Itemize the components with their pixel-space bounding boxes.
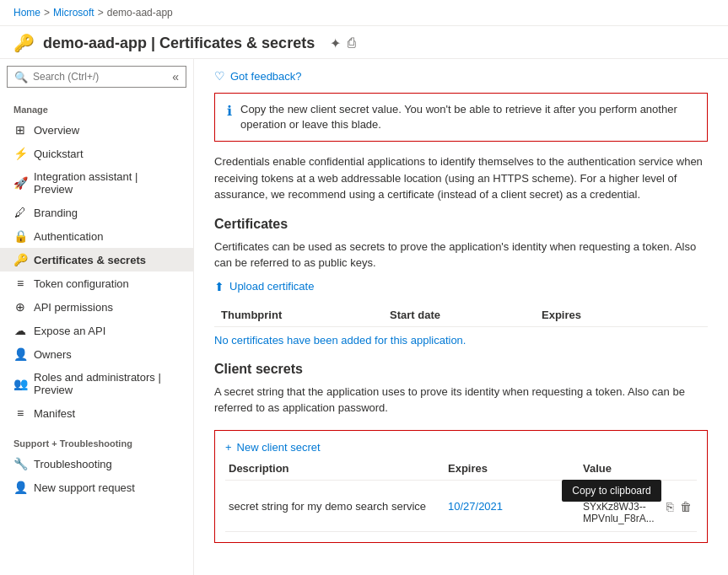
col-start-date: Start date	[383, 309, 535, 321]
owners-icon: 👤	[13, 347, 27, 361]
client-secrets-title: Client secrets	[214, 362, 708, 377]
certificates-table-header: Thumbprint Start date Expires	[214, 304, 708, 327]
sidebar-item-quickstart[interactable]: ⚡ Quickstart	[0, 142, 193, 165]
client-secrets-description: A secret string that the application use…	[214, 384, 708, 416]
expose-icon: ☁	[13, 324, 27, 337]
certificates-description: Certificates can be used as secrets to p…	[214, 239, 708, 271]
delete-button[interactable]: 🗑	[678, 498, 693, 515]
pin-icon[interactable]: ✦	[330, 35, 341, 51]
secrets-table: Description Expires Value secret string …	[225, 462, 697, 532]
overview-icon: ⊞	[13, 123, 27, 137]
secrets-section: + New client secret Description Expires …	[214, 430, 708, 543]
col-description: Description	[225, 462, 445, 475]
page-title: demo-aad-app | Certificates & secrets	[43, 35, 315, 52]
breadcrumb-microsoft[interactable]: Microsoft	[53, 7, 94, 19]
sidebar: 🔍 « Manage ⊞ Overview ⚡ Quickstart 🚀 Int…	[0, 59, 194, 575]
secret-description: secret string for my demo search service	[225, 500, 445, 513]
token-icon: ≡	[13, 277, 27, 290]
credentials-description: Credentials enable confidential applicat…	[214, 153, 708, 203]
sidebar-item-overview[interactable]: ⊞ Overview	[0, 118, 193, 142]
info-icon: ℹ	[227, 103, 232, 119]
new-client-secret-button[interactable]: + New client secret	[225, 441, 697, 454]
sidebar-item-api[interactable]: ⊕ API permissions	[0, 295, 193, 319]
certificates-icon: 🔑	[13, 253, 27, 266]
plus-icon: +	[225, 441, 232, 454]
feedback-bar[interactable]: ♡ Got feedback?	[214, 69, 708, 83]
sidebar-item-certificates[interactable]: 🔑 Certificates & secrets	[0, 248, 193, 271]
sidebar-item-owners[interactable]: 👤 Owners	[0, 342, 193, 366]
secret-actions: Copy to clipboard ⎘ 🗑	[658, 498, 709, 515]
col-thumbprint: Thumbprint	[214, 309, 383, 321]
col-expires: Expires	[535, 309, 687, 321]
sidebar-item-expose[interactable]: ☁ Expose an API	[0, 319, 193, 342]
page-header: 🔑 demo-aad-app | Certificates & secrets …	[0, 26, 728, 59]
support-label: Support + Troubleshooting	[0, 428, 193, 452]
copy-tooltip: Copy to clipboard	[562, 480, 661, 502]
col-expires: Expires	[445, 462, 580, 475]
manage-label: Manage	[0, 94, 193, 118]
sidebar-item-new-support[interactable]: 👤 New support request	[0, 476, 193, 499]
table-row: secret string for my demo search service…	[225, 482, 697, 532]
breadcrumb: Home > Microsoft > demo-aad-app	[0, 0, 728, 26]
content-area: ♡ Got feedback? ℹ Copy the new client se…	[194, 59, 728, 575]
roles-icon: 👥	[13, 377, 27, 390]
new-secret-label: New client secret	[237, 441, 321, 454]
sidebar-item-troubleshooting[interactable]: 🔧 Troubleshooting	[0, 452, 193, 476]
sidebar-item-manifest[interactable]: ≡ Manifest	[0, 401, 193, 425]
upload-icon: ⬆	[214, 280, 224, 293]
search-box[interactable]: 🔍 «	[7, 66, 186, 88]
key-icon: 🔑	[13, 33, 35, 53]
quickstart-icon: ⚡	[13, 147, 27, 160]
integration-icon: 🚀	[13, 176, 27, 190]
branding-icon: 🖊	[13, 206, 27, 219]
authentication-icon: 🔒	[13, 229, 27, 243]
header-actions: ✦ ⎙	[330, 35, 356, 51]
upload-label: Upload certificate	[229, 280, 314, 293]
manifest-icon: ≡	[13, 406, 27, 420]
feedback-label: Got feedback?	[230, 70, 302, 83]
no-certificates-message: No certificates have been added for this…	[214, 334, 708, 347]
search-input[interactable]	[33, 71, 167, 83]
alert-text: Copy the new client secret value. You wo…	[240, 102, 695, 132]
sidebar-item-integration[interactable]: 🚀 Integration assistant | Preview	[0, 165, 193, 201]
breadcrumb-home[interactable]: Home	[13, 7, 40, 19]
sidebar-item-token[interactable]: ≡ Token configuration	[0, 271, 193, 295]
secrets-table-header: Description Expires Value	[225, 462, 697, 481]
copy-button[interactable]: ⎘	[665, 498, 675, 515]
sidebar-item-roles[interactable]: 👥 Roles and administrators | Preview	[0, 366, 193, 401]
info-alert: ℹ Copy the new client secret value. You …	[214, 93, 708, 142]
troubleshooting-icon: 🔧	[13, 457, 27, 470]
api-icon: ⊕	[13, 300, 27, 314]
certificates-title: Certificates	[214, 217, 708, 232]
breadcrumb-app: demo-aad-app	[107, 7, 173, 19]
collapse-icon[interactable]: «	[172, 70, 179, 83]
upload-certificate-button[interactable]: ⬆ Upload certificate	[214, 280, 708, 293]
sidebar-item-branding[interactable]: 🖊 Branding	[0, 201, 193, 224]
search-icon: 🔍	[14, 71, 28, 83]
new-support-icon: 👤	[13, 481, 27, 494]
print-icon[interactable]: ⎙	[348, 35, 356, 51]
col-actions	[646, 462, 697, 475]
secret-expires: 10/27/2021	[445, 500, 580, 513]
heart-icon: ♡	[214, 69, 225, 83]
sidebar-item-authentication[interactable]: 🔒 Authentication	[0, 224, 193, 248]
col-value: Value	[580, 462, 646, 475]
